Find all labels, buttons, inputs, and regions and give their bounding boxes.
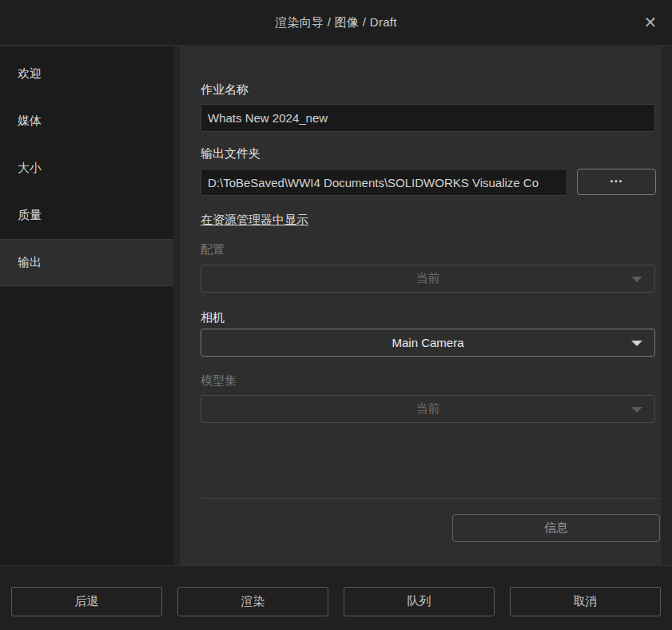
back-button[interactable]: 后退	[11, 587, 162, 616]
titlebar: 渲染向导 / 图像 / Draft ✕	[0, 0, 672, 46]
output-folder-input[interactable]	[201, 169, 567, 196]
cancel-button[interactable]: 取消	[510, 587, 661, 616]
wizard-sidebar: 欢迎 媒体 大小 质量 输出	[0, 46, 173, 565]
configuration-value: 当前	[416, 271, 440, 286]
sidebar-item-label: 输出	[18, 255, 42, 270]
chevron-down-icon	[631, 341, 642, 346]
footer-bar: 后退 渲染 队列 取消	[0, 565, 672, 630]
queue-button[interactable]: 队列	[344, 587, 495, 616]
job-name-label: 作业名称	[201, 82, 249, 98]
show-in-explorer-link[interactable]: 在资源管理器中显示	[201, 213, 308, 228]
model-set-label: 模型集	[201, 373, 237, 389]
configuration-dropdown: 当前	[201, 265, 655, 293]
sidebar-item-label: 欢迎	[18, 66, 42, 82]
sidebar-item-media[interactable]: 媒体	[0, 98, 173, 145]
section-divider	[202, 498, 659, 499]
window-title: 渲染向导 / 图像 / Draft	[0, 15, 672, 30]
sidebar-item-quality[interactable]: 质量	[0, 192, 173, 239]
sidebar-item-size[interactable]: 大小	[0, 145, 173, 192]
info-button-label: 信息	[544, 520, 568, 536]
chevron-down-icon	[631, 407, 642, 413]
render-button[interactable]: 渲染	[177, 587, 328, 616]
output-folder-label: 输出文件夹	[201, 146, 260, 161]
camera-label: 相机	[201, 310, 225, 325]
sidebar-item-label: 媒体	[18, 114, 42, 129]
sidebar-item-label: 质量	[18, 208, 42, 223]
camera-value: Main Camera	[392, 336, 463, 349]
close-button[interactable]: ✕	[638, 10, 662, 34]
sidebar-item-output[interactable]: 输出	[0, 239, 173, 286]
camera-dropdown[interactable]: Main Camera	[201, 329, 655, 357]
configuration-label: 配置	[201, 242, 225, 257]
ellipsis-icon: ...	[610, 171, 622, 185]
job-name-input[interactable]	[201, 104, 655, 132]
model-set-value: 当前	[416, 401, 440, 417]
chevron-down-icon	[631, 277, 642, 282]
sidebar-item-welcome[interactable]: 欢迎	[0, 50, 173, 98]
model-set-dropdown: 当前	[201, 395, 655, 423]
close-icon: ✕	[644, 13, 658, 32]
output-settings-panel: 作业名称 输出文件夹 ... 在资源管理器中显示 配置 当前 相机 Main C…	[180, 46, 662, 565]
sidebar-item-label: 大小	[18, 161, 42, 176]
info-button[interactable]: 信息	[452, 514, 660, 542]
browse-button[interactable]: ...	[577, 169, 656, 195]
